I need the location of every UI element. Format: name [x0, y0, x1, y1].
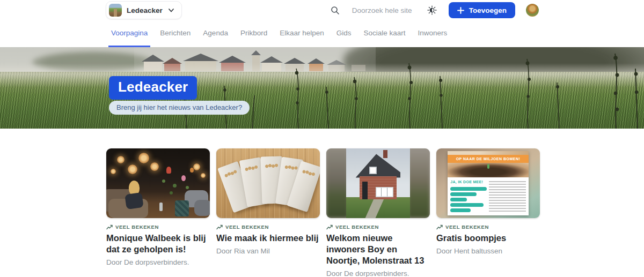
chevron-down-icon — [167, 6, 175, 14]
post-image-pencil-boxes[interactable] — [216, 148, 320, 218]
post-image-cafe-interior[interactable] — [106, 148, 210, 218]
poster-paragraph-placeholder — [489, 181, 526, 212]
add-button-label: Toevoegen — [469, 6, 507, 14]
user-avatar[interactable] — [526, 4, 539, 17]
brightness-icon — [427, 5, 437, 15]
header-top-bar: Ledeacker — [0, 0, 644, 20]
tab-prikbord[interactable]: Prikbord — [238, 20, 270, 47]
site-search — [331, 6, 418, 15]
poster-banner-text: OP NAAR DE MILJOEN BOMEN! — [448, 155, 529, 162]
tab-gids[interactable]: Gids — [334, 20, 354, 47]
trending-up-icon — [326, 224, 333, 230]
post-image-tree-campaign-poster[interactable]: OP NAAR DE MILJOEN BOMEN! JA, IK DOE MEE… — [436, 148, 540, 218]
campaign-poster: OP NAAR DE MILJOEN BOMEN! JA, IK DOE MEE… — [448, 151, 529, 215]
tab-sociale-kaart[interactable]: Sociale kaart — [361, 20, 408, 47]
header-actions: Toevoegen — [331, 2, 539, 18]
trending-up-icon — [216, 224, 223, 230]
community-switcher[interactable]: Ledeacker — [106, 1, 182, 19]
poster-heading-text: JA, IK DOE MEE! — [450, 180, 486, 184]
search-input[interactable] — [352, 6, 418, 14]
house-photo — [346, 148, 411, 218]
tab-agenda[interactable]: Agenda — [200, 20, 231, 47]
post-image-brick-house[interactable] — [326, 148, 430, 218]
post-card[interactable]: OP NAAR DE MILJOEN BOMEN! JA, IK DOE MEE… — [436, 148, 540, 277]
veel-bekeken-badge: VEEL BEKEKEN — [436, 224, 540, 230]
tab-berichten[interactable]: Berichten — [157, 20, 193, 47]
post-card[interactable]: VEEL BEKEKEN Wie maak ik hiermee blij Do… — [216, 148, 320, 277]
post-card[interactable]: VEEL BEKEKEN Monique Walbeek is blij dat… — [106, 148, 210, 277]
post-card[interactable]: VEEL BEKEKEN Welkom nieuwe inwoners Boy … — [326, 148, 430, 277]
add-button[interactable]: Toevoegen — [449, 2, 515, 18]
theme-toggle-button[interactable] — [427, 5, 437, 15]
community-logo — [109, 4, 122, 17]
tab-voorpagina[interactable]: Voorpagina — [108, 20, 150, 47]
veel-bekeken-badge: VEEL BEKEKEN — [106, 224, 210, 230]
tab-inwoners[interactable]: Inwoners — [415, 20, 450, 47]
post-byline: Door Hent baltussen — [436, 247, 540, 255]
hero-banner: Ledeacker Breng jij hier het nieuws van … — [0, 47, 644, 129]
post-title[interactable]: Monique Walbeek is blij dat ze geholpen … — [106, 233, 210, 255]
hero-cta-badge[interactable]: Breng jij hier het nieuws van Ledeacker? — [109, 101, 250, 115]
post-byline: Door De dorpsverbinders. — [106, 258, 210, 266]
trending-up-icon — [106, 224, 113, 230]
community-name: Ledeacker — [127, 6, 163, 14]
site-header: Ledeacker — [0, 0, 644, 47]
badge-label: VEEL BEKEKEN — [225, 224, 269, 230]
badge-label: VEEL BEKEKEN — [335, 224, 379, 230]
post-title[interactable]: Wie maak ik hiermee blij — [216, 233, 320, 244]
trending-up-icon — [436, 224, 443, 230]
badge-label: VEEL BEKEKEN — [445, 224, 489, 230]
veel-bekeken-badge: VEEL BEKEKEN — [216, 224, 320, 230]
tab-elkaar-helpen[interactable]: Elkaar helpen — [277, 20, 327, 47]
search-icon[interactable] — [331, 6, 340, 15]
main-nav: Voorpagina Berichten Agenda Prikbord Elk… — [0, 20, 644, 47]
post-title[interactable]: Welkom nieuwe inwoners Boy en Noortje, M… — [326, 233, 430, 266]
post-byline: Door Ria van Mil — [216, 247, 320, 255]
post-byline: Door De dorpsverbinders. — [326, 269, 430, 277]
badge-label: VEEL BEKEKEN — [115, 224, 159, 230]
veel-bekeken-badge: VEEL BEKEKEN — [326, 224, 430, 230]
post-title[interactable]: Gratis boompjes — [436, 233, 540, 244]
hero-title: Ledeacker — [109, 76, 197, 100]
hero-weeds — [0, 47, 644, 129]
popular-posts-row: VEEL BEKEKEN Monique Walbeek is blij dat… — [0, 129, 644, 277]
seedling-hands-photo — [448, 163, 529, 177]
plus-icon — [457, 7, 464, 14]
